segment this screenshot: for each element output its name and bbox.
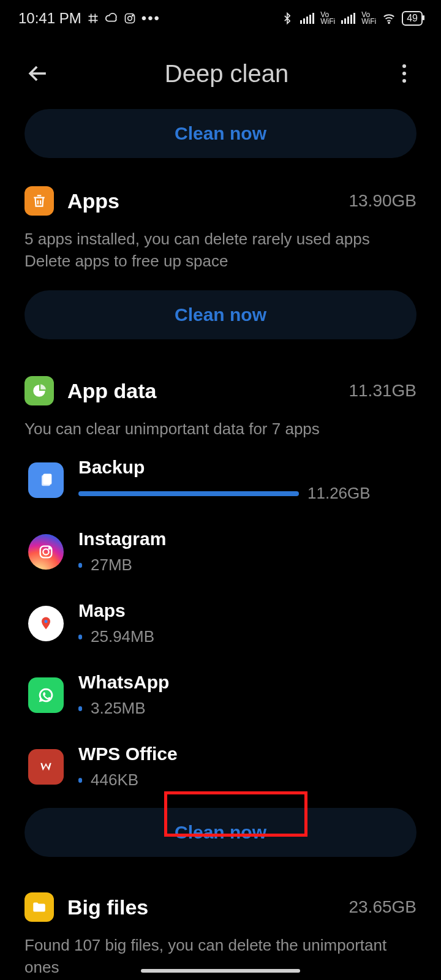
app-data-section-header[interactable]: App data 11.31GB [24, 376, 417, 405]
apps-title: Apps [67, 189, 335, 213]
apps-size: 13.90GB [349, 191, 417, 211]
app-size: 3.25MB [91, 699, 146, 718]
status-time: 10:41 PM [18, 10, 81, 27]
clean-now-label: Clean now [175, 822, 266, 843]
pie-chart-icon [24, 376, 54, 405]
app-data-section: App data 11.31GB You can clear unimporta… [0, 376, 441, 790]
apps-section-header[interactable]: Apps 13.90GB [24, 186, 417, 216]
svg-point-2 [132, 15, 133, 17]
maps-app-icon [28, 606, 64, 641]
wps-office-app-icon [28, 749, 64, 785]
more-vertical-icon [402, 64, 406, 83]
more-notifications-icon: ••• [141, 10, 160, 27]
instagram-app-icon [28, 534, 64, 570]
apps-sub-line2: Delete apps to free up space [24, 250, 417, 272]
apps-sub-line1: 5 apps installed, you can delete rarely … [24, 228, 417, 250]
app-usage-bar [78, 635, 82, 639]
app-data-title: App data [67, 379, 335, 403]
status-bar-right: VoWiFi VoWiFi 49 [281, 11, 423, 26]
app-data-size: 11.31GB [349, 381, 417, 401]
clean-now-button-appdata[interactable]: Clean now [24, 808, 417, 857]
big-files-section: Big files 23.65GB Found 107 big files, y… [0, 892, 441, 978]
svg-rect-5 [43, 473, 51, 484]
big-files-section-header[interactable]: Big files 23.65GB [24, 892, 417, 922]
svg-point-9 [44, 619, 47, 622]
svg-point-1 [127, 17, 132, 21]
list-item[interactable]: Maps 25.94MB [24, 600, 417, 646]
app-size: 27MB [91, 556, 132, 575]
big-files-size: 23.65GB [349, 897, 417, 917]
clean-now-button-apps[interactable]: Clean now [24, 290, 417, 339]
app-name: WhatsApp [78, 672, 417, 693]
back-button[interactable] [24, 60, 61, 87]
app-info: Instagram 27MB [78, 529, 417, 575]
app-name: Maps [78, 600, 417, 621]
signal-2-icon [341, 13, 355, 24]
bluetooth-icon [281, 12, 294, 25]
app-usage-bar [78, 778, 82, 783]
app-header: Deep clean [0, 43, 441, 104]
more-options-button[interactable] [392, 64, 417, 83]
svg-point-3 [388, 22, 390, 23]
app-info: WhatsApp 3.25MB [78, 672, 417, 718]
folder-icon [24, 892, 54, 922]
page-title: Deep clean [165, 60, 288, 88]
app-size: 25.94MB [91, 627, 154, 646]
battery-icon: 49 [402, 11, 423, 26]
whatsapp-app-icon [28, 677, 64, 713]
clean-now-label: Clean now [175, 123, 266, 144]
clean-now-label: Clean now [175, 304, 266, 325]
app-data-list: Backup 11.26GB Instagram 27MB [24, 457, 417, 790]
list-item[interactable]: WPS Office 446KB [24, 744, 417, 790]
app-info: WPS Office 446KB [78, 744, 417, 790]
vowifi-2-icon: VoWiFi [361, 12, 376, 25]
status-bar: 10:41 PM ••• VoWiFi VoWiFi 49 [0, 0, 441, 37]
list-item[interactable]: Backup 11.26GB [24, 457, 417, 503]
wifi-icon [382, 12, 396, 25]
cloud-icon [105, 12, 118, 25]
status-bar-left: 10:41 PM ••• [18, 10, 160, 27]
svg-point-7 [43, 549, 48, 554]
signal-1-icon [300, 13, 314, 24]
app-name: Instagram [78, 529, 417, 549]
app-info: Maps 25.94MB [78, 600, 417, 646]
home-indicator[interactable] [141, 969, 300, 973]
app-data-subtitle: You can clear unimportant data for 7 app… [24, 418, 417, 440]
app-usage-bar [78, 491, 299, 496]
trash-icon [24, 186, 54, 216]
apps-section: Apps 13.90GB 5 apps installed, you can d… [0, 186, 441, 272]
backup-app-icon [28, 462, 64, 498]
apps-subtitle: 5 apps installed, you can delete rarely … [24, 228, 417, 272]
clean-now-button-top[interactable]: Clean now [24, 109, 417, 158]
big-files-title: Big files [67, 895, 335, 919]
list-item[interactable]: Instagram 27MB [24, 529, 417, 575]
vowifi-1-icon: VoWiFi [320, 12, 335, 25]
app-usage-bar [78, 563, 82, 568]
app-info: Backup 11.26GB [78, 457, 417, 503]
slack-icon [86, 12, 100, 25]
app-name: Backup [78, 457, 417, 478]
app-size: 446KB [91, 771, 138, 790]
app-name: WPS Office [78, 744, 417, 764]
app-usage-bar [78, 706, 82, 711]
list-item[interactable]: WhatsApp 3.25MB [24, 672, 417, 718]
instagram-status-icon [123, 12, 137, 25]
app-size: 11.26GB [307, 484, 371, 503]
svg-point-8 [49, 548, 50, 549]
